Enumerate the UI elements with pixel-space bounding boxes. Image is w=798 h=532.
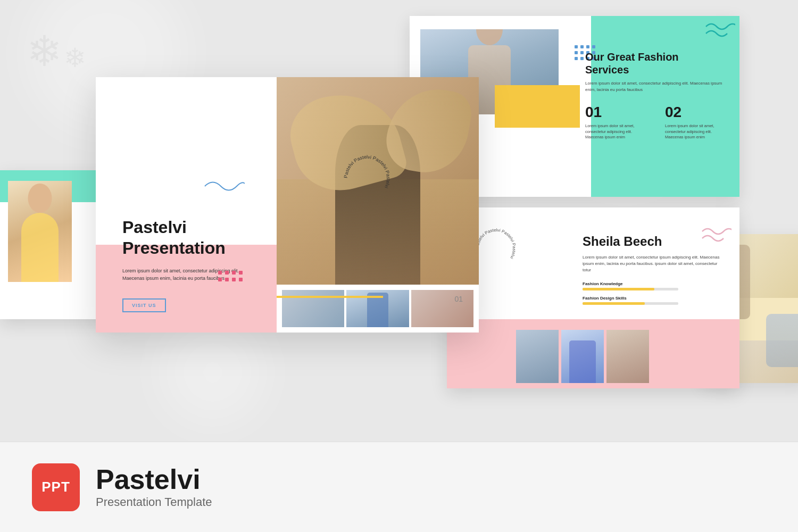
skill2-label: Fashion Design Skills: [583, 296, 726, 301]
circular-text-br: Pastelvi Pastelvi Pastelvi Pastelvi: [473, 226, 519, 271]
slide-left-photo: [8, 181, 72, 282]
tr-body-text: Lorem ipsum dolor sit amet, consectetur …: [585, 80, 729, 93]
visit-us-button[interactable]: VISIT US: [122, 298, 166, 312]
profile-photos: [516, 330, 649, 383]
tr-num-block-1: 01 Lorem ipsum dolor sit amet, consectet…: [585, 104, 649, 151]
ppt-badge: PPT: [32, 463, 80, 511]
footer-bar: PPT Pastelvi Presentation Template: [0, 442, 798, 532]
slide-profile: Pastelvi Pastelvi Pastelvi Pastelvi Shei…: [447, 207, 739, 388]
tr-num2: 02: [665, 104, 729, 121]
footer-text-group: Pastelvi Presentation Template: [96, 466, 212, 509]
footer-subtitle: Presentation Template: [96, 495, 212, 509]
svg-text:Pastelvi  Pastelvi  Pastelvi  : Pastelvi Pastelvi Pastelvi Pastelvi: [475, 228, 517, 260]
bottom-photo-3: [411, 290, 473, 327]
profile-photo-1: [516, 330, 559, 383]
slide-main-title: Pastelvi Presentation: [122, 217, 226, 258]
yellow-accent-rect: [495, 85, 580, 128]
pink-dots-grid: [218, 271, 243, 282]
footer-title: Pastelvi: [96, 466, 212, 493]
pink-wave-decoration: [700, 223, 732, 252]
teal-wave-decoration: [703, 19, 735, 47]
profile-body: Lorem ipsum dolor sit amet, consectetur …: [583, 254, 726, 273]
skill1-bar-fill: [583, 288, 654, 290]
skill2-bar-fill: [583, 302, 645, 305]
tr-num-block-2: 02 Lorem ipsum dolor sit amet, consectet…: [665, 104, 729, 151]
tr-num1-text: Lorem ipsum dolor sit amet, consectetur …: [585, 123, 649, 140]
tr-heading: Our Great Fashion Services: [585, 51, 729, 76]
top-right-content: Our Great Fashion Services Lorem ipsum d…: [585, 51, 729, 151]
bottom-photo-strip: [277, 285, 479, 332]
tr-num2-text: Lorem ipsum dolor sit amet, consectetur …: [665, 123, 729, 140]
svg-text:Pastelvi  Pastelvi  Pastelvi  : Pastelvi Pastelvi Pastelvi Pastelvi: [343, 154, 391, 189]
skill1-bar-bg: [583, 288, 678, 290]
blue-wave-decoration: [202, 176, 245, 199]
skill-row-2: Fashion Design Skills: [583, 296, 726, 305]
profile-photo-2: [561, 330, 604, 383]
tr-num1: 01: [585, 104, 649, 121]
profile-photo-3: [606, 330, 649, 383]
slide-main: Pastelvi Pastelvi Pastelvi Pastelvi Past…: [96, 77, 479, 332]
tr-numbers: 01 Lorem ipsum dolor sit amet, consectet…: [585, 104, 729, 151]
skill2-bar-bg: [583, 302, 678, 305]
skill-row-1: Fashion Knowledge: [583, 281, 726, 290]
slide-number-01: 01: [454, 295, 463, 303]
yellow-progress-bar: [277, 296, 383, 298]
skill1-label: Fashion Knowledge: [583, 281, 726, 286]
circular-text-main: Pastelvi Pastelvi Pastelvi Pastelvi: [340, 152, 394, 205]
white-bottom-strip: 01: [277, 285, 479, 332]
